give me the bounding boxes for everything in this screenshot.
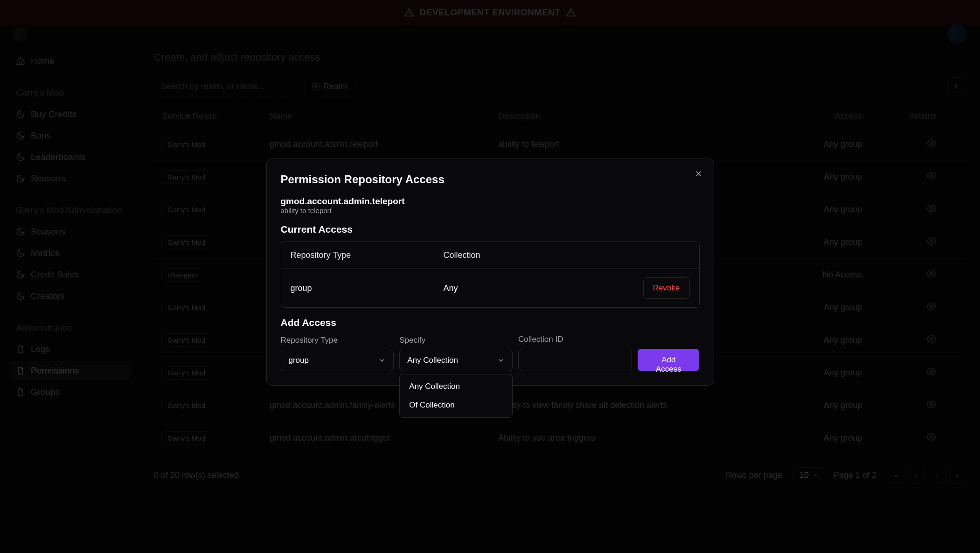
chevron-down-icon bbox=[497, 357, 505, 364]
modal-overlay[interactable]: ✕ Permission Repository Access gmod.acco… bbox=[0, 0, 980, 553]
permission-description: ability to teleport bbox=[281, 207, 700, 214]
access-col-collection-header: Collection bbox=[444, 250, 597, 260]
specify-label: Specify bbox=[399, 336, 513, 345]
add-access-title: Add Access bbox=[281, 317, 700, 328]
specify-dropdown: Any Collection Of Collection bbox=[399, 374, 513, 418]
modal-title: Permission Repository Access bbox=[281, 173, 700, 186]
permission-name: gmod.account.admin.teleport bbox=[281, 196, 700, 207]
close-icon[interactable]: ✕ bbox=[693, 168, 704, 180]
access-collection-value: Any bbox=[444, 283, 597, 293]
repo-type-select[interactable]: group bbox=[281, 350, 394, 371]
current-access-title: Current Access bbox=[281, 224, 700, 235]
chevron-down-icon bbox=[378, 357, 386, 364]
access-row: group Any Revoke bbox=[281, 269, 699, 307]
repo-type-label: Repository Type bbox=[281, 336, 394, 345]
access-type-value: group bbox=[291, 283, 444, 293]
dropdown-option-any[interactable]: Any Collection bbox=[403, 377, 509, 396]
revoke-button[interactable]: Revoke bbox=[643, 277, 690, 299]
current-access-table: Repository Type Collection group Any Rev… bbox=[281, 242, 700, 308]
add-access-form: Repository Type group Specify Any Collec… bbox=[281, 335, 700, 371]
dropdown-option-of[interactable]: Of Collection bbox=[403, 396, 509, 415]
collection-id-label: Collection ID bbox=[518, 335, 632, 344]
access-col-type-header: Repository Type bbox=[291, 250, 444, 260]
specify-select[interactable]: Any Collection bbox=[399, 350, 513, 371]
collection-id-input[interactable] bbox=[518, 349, 632, 371]
permission-access-modal: ✕ Permission Repository Access gmod.acco… bbox=[266, 159, 714, 386]
add-access-button[interactable]: Add Access bbox=[638, 349, 699, 371]
